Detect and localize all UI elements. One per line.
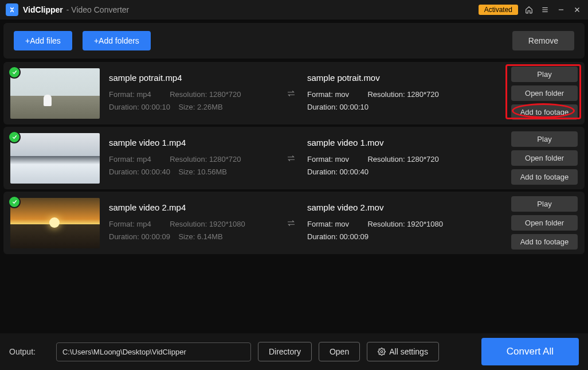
directory-button[interactable]: Directory	[258, 342, 312, 361]
toolbar: +Add files +Add folders Remove	[3, 23, 585, 59]
open-folder-button[interactable]: Open folder	[511, 215, 578, 231]
home-icon[interactable]	[524, 5, 534, 15]
target-filename: sample potrait.mov	[307, 73, 473, 83]
check-badge-icon	[8, 131, 21, 143]
menu-icon[interactable]	[540, 5, 550, 15]
target-filename: sample video 2.mov	[307, 202, 473, 212]
add-to-footage-button[interactable]: Add to footage	[511, 234, 578, 250]
add-to-footage-button[interactable]: Add to footage	[511, 104, 578, 120]
play-button[interactable]: Play	[511, 67, 578, 82]
app-icon	[6, 3, 18, 16]
play-button[interactable]: Play	[511, 131, 578, 147]
check-badge-icon	[8, 196, 21, 208]
convert-all-button[interactable]: Convert All	[481, 338, 579, 365]
file-row: sample potrait.mp4 Format: mp4 Resolutio…	[3, 62, 585, 124]
target-info: sample video 1.mov Format: mov Resolutio…	[307, 138, 473, 178]
remove-button[interactable]: Remove	[512, 31, 574, 50]
gear-icon	[378, 348, 386, 356]
row-actions: Play Open folder Add to footage	[511, 67, 578, 120]
source-info: sample video 1.mp4 Format: mp4 Resolutio…	[109, 138, 275, 178]
source-filename: sample video 1.mp4	[109, 138, 275, 147]
swap-icon	[284, 153, 298, 163]
source-filename: sample potrait.mp4	[109, 73, 275, 83]
target-filename: sample video 1.mov	[307, 138, 473, 147]
file-row: sample video 1.mp4 Format: mp4 Resolutio…	[3, 127, 585, 189]
row-actions: Play Open folder Add to footage	[511, 131, 578, 185]
file-row: sample video 2.mp4 Format: mp4 Resolutio…	[3, 192, 585, 254]
thumbnail[interactable]	[10, 68, 100, 119]
all-settings-label: All settings	[389, 347, 428, 356]
minimize-icon[interactable]	[556, 5, 566, 15]
all-settings-button[interactable]: All settings	[367, 342, 439, 361]
open-button[interactable]: Open	[319, 342, 360, 361]
output-path-input[interactable]	[56, 342, 251, 361]
output-label: Output:	[9, 347, 36, 356]
play-button[interactable]: Play	[511, 196, 578, 212]
check-badge-icon	[8, 66, 21, 79]
source-info: sample video 2.mp4 Format: mp4 Resolutio…	[109, 202, 275, 243]
add-to-footage-button[interactable]: Add to footage	[511, 169, 578, 185]
close-icon[interactable]	[572, 5, 582, 15]
open-folder-button[interactable]: Open folder	[511, 150, 578, 166]
open-folder-button[interactable]: Open folder	[511, 85, 578, 101]
app-subtitle: - Video Converter	[66, 5, 129, 14]
thumbnail[interactable]	[10, 198, 100, 248]
target-info: sample potrait.mov Format: mov Resolutio…	[307, 73, 473, 114]
thumbnail[interactable]	[10, 133, 100, 184]
swap-icon	[284, 218, 298, 228]
activated-badge: Activated	[479, 5, 518, 15]
svg-point-6	[381, 350, 383, 353]
swap-icon	[284, 88, 298, 99]
source-info: sample potrait.mp4 Format: mp4 Resolutio…	[109, 73, 275, 114]
source-filename: sample video 2.mp4	[109, 202, 275, 212]
row-actions: Play Open folder Add to footage	[511, 196, 578, 250]
target-info: sample video 2.mov Format: mov Resolutio…	[307, 202, 473, 243]
titlebar: VidClipper - Video Converter Activated	[0, 0, 588, 20]
file-list: sample potrait.mp4 Format: mp4 Resolutio…	[0, 62, 588, 254]
app-name: VidClipper	[23, 5, 63, 14]
add-files-button[interactable]: +Add files	[14, 31, 72, 50]
add-folders-button[interactable]: +Add folders	[83, 31, 151, 50]
footer: Output: Directory Open All settings Conv…	[0, 333, 588, 370]
